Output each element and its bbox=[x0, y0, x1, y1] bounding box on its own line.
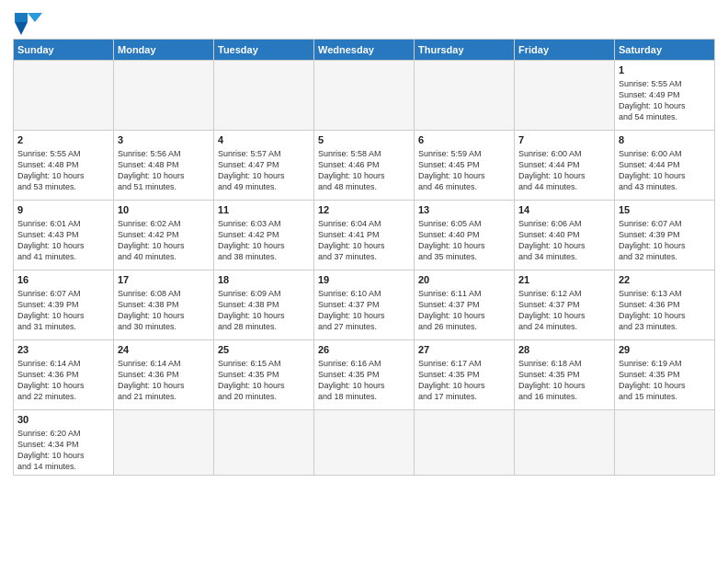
day-info: Sunrise: 6:17 AM Sunset: 4:35 PM Dayligh… bbox=[418, 358, 510, 403]
calendar-cell: 15Sunrise: 6:07 AM Sunset: 4:39 PM Dayli… bbox=[615, 201, 715, 270]
day-number: 19 bbox=[318, 273, 410, 287]
day-number: 13 bbox=[418, 203, 510, 217]
day-info: Sunrise: 6:10 AM Sunset: 4:37 PM Dayligh… bbox=[318, 288, 410, 333]
day-info: Sunrise: 6:14 AM Sunset: 4:36 PM Dayligh… bbox=[118, 358, 210, 403]
day-number: 10 bbox=[118, 203, 210, 217]
day-info: Sunrise: 6:16 AM Sunset: 4:35 PM Dayligh… bbox=[318, 358, 410, 403]
calendar-cell bbox=[114, 61, 214, 131]
svg-marker-2 bbox=[15, 22, 28, 35]
day-info: Sunrise: 6:04 AM Sunset: 4:41 PM Dayligh… bbox=[318, 218, 410, 263]
weekday-header-tuesday: Tuesday bbox=[214, 40, 314, 61]
week-row-5: 30Sunrise: 6:20 AM Sunset: 4:34 PM Dayli… bbox=[14, 410, 715, 476]
calendar-cell: 5Sunrise: 5:58 AM Sunset: 4:46 PM Daylig… bbox=[314, 131, 415, 201]
calendar-cell: 22Sunrise: 6:13 AM Sunset: 4:36 PM Dayli… bbox=[615, 270, 715, 340]
day-number: 28 bbox=[518, 343, 610, 357]
weekday-header-wednesday: Wednesday bbox=[314, 40, 415, 61]
day-number: 24 bbox=[118, 343, 210, 357]
day-number: 5 bbox=[318, 133, 410, 147]
svg-marker-1 bbox=[28, 13, 42, 22]
calendar-cell: 24Sunrise: 6:14 AM Sunset: 4:36 PM Dayli… bbox=[114, 340, 214, 410]
calendar-cell: 13Sunrise: 6:05 AM Sunset: 4:40 PM Dayli… bbox=[415, 201, 515, 270]
calendar-cell: 7Sunrise: 6:00 AM Sunset: 4:44 PM Daylig… bbox=[515, 131, 615, 201]
calendar-cell bbox=[415, 410, 515, 476]
day-number: 1 bbox=[619, 63, 711, 77]
logo-icon bbox=[15, 13, 40, 33]
day-info: Sunrise: 6:00 AM Sunset: 4:44 PM Dayligh… bbox=[518, 148, 610, 193]
day-info: Sunrise: 6:00 AM Sunset: 4:44 PM Dayligh… bbox=[619, 148, 711, 193]
day-info: Sunrise: 6:18 AM Sunset: 4:35 PM Dayligh… bbox=[518, 358, 610, 403]
calendar-cell bbox=[214, 410, 314, 476]
weekday-header-monday: Monday bbox=[114, 40, 214, 61]
day-info: Sunrise: 6:20 AM Sunset: 4:34 PM Dayligh… bbox=[17, 428, 109, 473]
svg-marker-0 bbox=[15, 13, 28, 22]
calendar-cell: 20Sunrise: 6:11 AM Sunset: 4:37 PM Dayli… bbox=[415, 270, 515, 340]
day-number: 8 bbox=[619, 133, 711, 147]
day-info: Sunrise: 6:19 AM Sunset: 4:35 PM Dayligh… bbox=[619, 358, 711, 403]
calendar-cell bbox=[114, 410, 214, 476]
calendar-cell: 29Sunrise: 6:19 AM Sunset: 4:35 PM Dayli… bbox=[615, 340, 715, 410]
day-info: Sunrise: 6:05 AM Sunset: 4:40 PM Dayligh… bbox=[418, 218, 510, 263]
week-row-2: 9Sunrise: 6:01 AM Sunset: 4:43 PM Daylig… bbox=[14, 201, 715, 270]
weekday-header-saturday: Saturday bbox=[615, 40, 715, 61]
day-info: Sunrise: 6:13 AM Sunset: 4:36 PM Dayligh… bbox=[619, 288, 711, 333]
logo bbox=[13, 13, 40, 33]
day-info: Sunrise: 5:56 AM Sunset: 4:48 PM Dayligh… bbox=[118, 148, 210, 193]
day-number: 7 bbox=[518, 133, 610, 147]
day-number: 21 bbox=[518, 273, 610, 287]
day-info: Sunrise: 5:55 AM Sunset: 4:48 PM Dayligh… bbox=[17, 148, 109, 193]
page: SundayMondayTuesdayWednesdayThursdayFrid… bbox=[0, 0, 728, 563]
calendar-cell bbox=[214, 61, 314, 131]
day-number: 17 bbox=[118, 273, 210, 287]
day-number: 3 bbox=[118, 133, 210, 147]
weekday-header-row: SundayMondayTuesdayWednesdayThursdayFrid… bbox=[14, 40, 715, 61]
day-info: Sunrise: 6:02 AM Sunset: 4:42 PM Dayligh… bbox=[118, 218, 210, 263]
day-number: 6 bbox=[418, 133, 510, 147]
weekday-header-friday: Friday bbox=[515, 40, 615, 61]
day-number: 11 bbox=[218, 203, 310, 217]
day-info: Sunrise: 6:06 AM Sunset: 4:40 PM Dayligh… bbox=[518, 218, 610, 263]
day-number: 9 bbox=[17, 203, 109, 217]
day-info: Sunrise: 6:07 AM Sunset: 4:39 PM Dayligh… bbox=[619, 218, 711, 263]
calendar-cell bbox=[415, 61, 515, 131]
weekday-header-sunday: Sunday bbox=[14, 40, 114, 61]
calendar-cell bbox=[314, 61, 415, 131]
calendar-cell: 1Sunrise: 5:55 AM Sunset: 4:49 PM Daylig… bbox=[615, 61, 715, 131]
day-info: Sunrise: 6:14 AM Sunset: 4:36 PM Dayligh… bbox=[17, 358, 109, 403]
calendar-cell: 18Sunrise: 6:09 AM Sunset: 4:38 PM Dayli… bbox=[214, 270, 314, 340]
day-info: Sunrise: 6:15 AM Sunset: 4:35 PM Dayligh… bbox=[218, 358, 310, 403]
day-info: Sunrise: 6:01 AM Sunset: 4:43 PM Dayligh… bbox=[17, 218, 109, 263]
weekday-header-thursday: Thursday bbox=[415, 40, 515, 61]
day-number: 29 bbox=[619, 343, 711, 357]
week-row-0: 1Sunrise: 5:55 AM Sunset: 4:49 PM Daylig… bbox=[14, 61, 715, 131]
day-number: 14 bbox=[518, 203, 610, 217]
day-number: 25 bbox=[218, 343, 310, 357]
day-info: Sunrise: 6:08 AM Sunset: 4:38 PM Dayligh… bbox=[118, 288, 210, 333]
calendar-cell: 9Sunrise: 6:01 AM Sunset: 4:43 PM Daylig… bbox=[14, 201, 114, 270]
header bbox=[13, 9, 715, 33]
calendar-cell: 23Sunrise: 6:14 AM Sunset: 4:36 PM Dayli… bbox=[14, 340, 114, 410]
calendar-cell: 28Sunrise: 6:18 AM Sunset: 4:35 PM Dayli… bbox=[515, 340, 615, 410]
calendar-cell: 21Sunrise: 6:12 AM Sunset: 4:37 PM Dayli… bbox=[515, 270, 615, 340]
calendar-cell: 17Sunrise: 6:08 AM Sunset: 4:38 PM Dayli… bbox=[114, 270, 214, 340]
day-number: 12 bbox=[318, 203, 410, 217]
calendar-cell bbox=[14, 61, 114, 131]
calendar-cell: 3Sunrise: 5:56 AM Sunset: 4:48 PM Daylig… bbox=[114, 131, 214, 201]
calendar-cell: 12Sunrise: 6:04 AM Sunset: 4:41 PM Dayli… bbox=[314, 201, 415, 270]
calendar-cell: 6Sunrise: 5:59 AM Sunset: 4:45 PM Daylig… bbox=[415, 131, 515, 201]
day-info: Sunrise: 6:09 AM Sunset: 4:38 PM Dayligh… bbox=[218, 288, 310, 333]
calendar-cell bbox=[515, 410, 615, 476]
day-info: Sunrise: 6:11 AM Sunset: 4:37 PM Dayligh… bbox=[418, 288, 510, 333]
day-number: 20 bbox=[418, 273, 510, 287]
day-info: Sunrise: 5:59 AM Sunset: 4:45 PM Dayligh… bbox=[418, 148, 510, 193]
calendar-cell: 30Sunrise: 6:20 AM Sunset: 4:34 PM Dayli… bbox=[14, 410, 114, 476]
day-number: 15 bbox=[619, 203, 711, 217]
day-number: 2 bbox=[17, 133, 109, 147]
day-number: 30 bbox=[17, 413, 109, 427]
calendar-cell: 4Sunrise: 5:57 AM Sunset: 4:47 PM Daylig… bbox=[214, 131, 314, 201]
day-number: 16 bbox=[17, 273, 109, 287]
day-info: Sunrise: 5:57 AM Sunset: 4:47 PM Dayligh… bbox=[218, 148, 310, 193]
calendar-cell: 19Sunrise: 6:10 AM Sunset: 4:37 PM Dayli… bbox=[314, 270, 415, 340]
calendar-table: SundayMondayTuesdayWednesdayThursdayFrid… bbox=[13, 39, 715, 476]
calendar-cell: 8Sunrise: 6:00 AM Sunset: 4:44 PM Daylig… bbox=[615, 131, 715, 201]
day-number: 23 bbox=[17, 343, 109, 357]
